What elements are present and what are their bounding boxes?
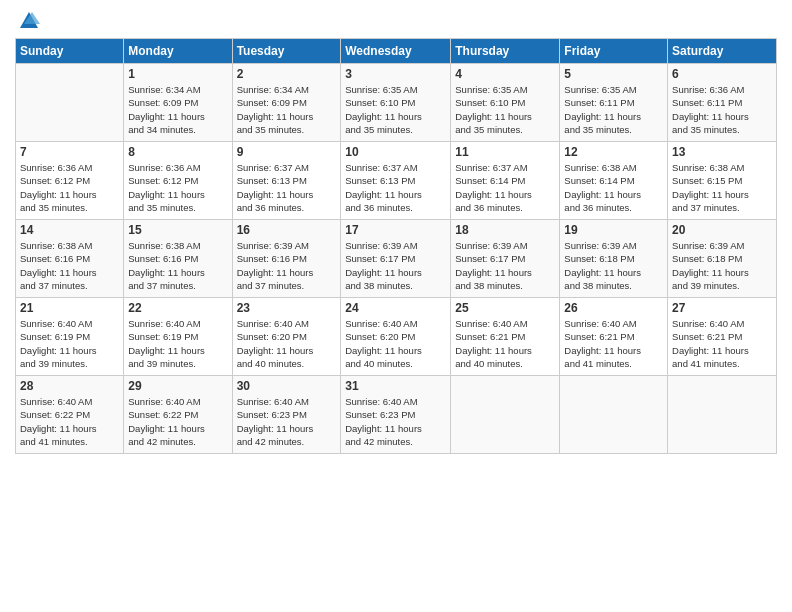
day-info: Sunrise: 6:40 AMSunset: 6:19 PMDaylight:… — [128, 317, 227, 370]
header — [15, 10, 777, 32]
day-number: 14 — [20, 223, 119, 237]
day-number: 22 — [128, 301, 227, 315]
day-info: Sunrise: 6:40 AMSunset: 6:20 PMDaylight:… — [345, 317, 446, 370]
calendar-cell: 7Sunrise: 6:36 AMSunset: 6:12 PMDaylight… — [16, 142, 124, 220]
day-info: Sunrise: 6:40 AMSunset: 6:21 PMDaylight:… — [672, 317, 772, 370]
day-number: 29 — [128, 379, 227, 393]
calendar-cell: 2Sunrise: 6:34 AMSunset: 6:09 PMDaylight… — [232, 64, 341, 142]
day-number: 1 — [128, 67, 227, 81]
day-info: Sunrise: 6:36 AMSunset: 6:12 PMDaylight:… — [128, 161, 227, 214]
day-header-saturday: Saturday — [668, 39, 777, 64]
logo — [15, 10, 40, 32]
day-header-monday: Monday — [124, 39, 232, 64]
day-info: Sunrise: 6:38 AMSunset: 6:14 PMDaylight:… — [564, 161, 663, 214]
calendar-cell: 5Sunrise: 6:35 AMSunset: 6:11 PMDaylight… — [560, 64, 668, 142]
day-number: 19 — [564, 223, 663, 237]
page: SundayMondayTuesdayWednesdayThursdayFrid… — [0, 0, 792, 612]
day-number: 6 — [672, 67, 772, 81]
calendar-cell: 31Sunrise: 6:40 AMSunset: 6:23 PMDayligh… — [341, 376, 451, 454]
day-number: 28 — [20, 379, 119, 393]
day-number: 11 — [455, 145, 555, 159]
calendar-cell: 1Sunrise: 6:34 AMSunset: 6:09 PMDaylight… — [124, 64, 232, 142]
calendar-cell: 30Sunrise: 6:40 AMSunset: 6:23 PMDayligh… — [232, 376, 341, 454]
day-info: Sunrise: 6:40 AMSunset: 6:22 PMDaylight:… — [128, 395, 227, 448]
calendar-cell: 25Sunrise: 6:40 AMSunset: 6:21 PMDayligh… — [451, 298, 560, 376]
calendar-cell: 20Sunrise: 6:39 AMSunset: 6:18 PMDayligh… — [668, 220, 777, 298]
day-info: Sunrise: 6:40 AMSunset: 6:20 PMDaylight:… — [237, 317, 337, 370]
calendar-cell: 15Sunrise: 6:38 AMSunset: 6:16 PMDayligh… — [124, 220, 232, 298]
day-info: Sunrise: 6:37 AMSunset: 6:14 PMDaylight:… — [455, 161, 555, 214]
day-number: 26 — [564, 301, 663, 315]
day-header-friday: Friday — [560, 39, 668, 64]
calendar-cell: 17Sunrise: 6:39 AMSunset: 6:17 PMDayligh… — [341, 220, 451, 298]
calendar-cell: 10Sunrise: 6:37 AMSunset: 6:13 PMDayligh… — [341, 142, 451, 220]
day-number: 25 — [455, 301, 555, 315]
day-info: Sunrise: 6:40 AMSunset: 6:23 PMDaylight:… — [237, 395, 337, 448]
calendar-cell: 4Sunrise: 6:35 AMSunset: 6:10 PMDaylight… — [451, 64, 560, 142]
day-number: 4 — [455, 67, 555, 81]
calendar-cell — [451, 376, 560, 454]
day-number: 7 — [20, 145, 119, 159]
day-header-wednesday: Wednesday — [341, 39, 451, 64]
calendar-cell: 29Sunrise: 6:40 AMSunset: 6:22 PMDayligh… — [124, 376, 232, 454]
day-number: 9 — [237, 145, 337, 159]
week-row-3: 14Sunrise: 6:38 AMSunset: 6:16 PMDayligh… — [16, 220, 777, 298]
day-number: 5 — [564, 67, 663, 81]
day-info: Sunrise: 6:35 AMSunset: 6:10 PMDaylight:… — [455, 83, 555, 136]
calendar-cell: 13Sunrise: 6:38 AMSunset: 6:15 PMDayligh… — [668, 142, 777, 220]
day-number: 12 — [564, 145, 663, 159]
logo-icon — [18, 10, 40, 32]
day-number: 3 — [345, 67, 446, 81]
day-info: Sunrise: 6:36 AMSunset: 6:11 PMDaylight:… — [672, 83, 772, 136]
calendar-cell — [668, 376, 777, 454]
day-number: 8 — [128, 145, 227, 159]
day-number: 24 — [345, 301, 446, 315]
day-info: Sunrise: 6:40 AMSunset: 6:23 PMDaylight:… — [345, 395, 446, 448]
week-row-4: 21Sunrise: 6:40 AMSunset: 6:19 PMDayligh… — [16, 298, 777, 376]
day-number: 21 — [20, 301, 119, 315]
day-info: Sunrise: 6:39 AMSunset: 6:17 PMDaylight:… — [345, 239, 446, 292]
calendar-cell — [560, 376, 668, 454]
day-info: Sunrise: 6:34 AMSunset: 6:09 PMDaylight:… — [128, 83, 227, 136]
calendar-cell: 19Sunrise: 6:39 AMSunset: 6:18 PMDayligh… — [560, 220, 668, 298]
day-number: 10 — [345, 145, 446, 159]
day-info: Sunrise: 6:39 AMSunset: 6:17 PMDaylight:… — [455, 239, 555, 292]
day-header-thursday: Thursday — [451, 39, 560, 64]
day-number: 27 — [672, 301, 772, 315]
calendar-cell: 16Sunrise: 6:39 AMSunset: 6:16 PMDayligh… — [232, 220, 341, 298]
day-info: Sunrise: 6:40 AMSunset: 6:21 PMDaylight:… — [455, 317, 555, 370]
day-number: 13 — [672, 145, 772, 159]
day-info: Sunrise: 6:37 AMSunset: 6:13 PMDaylight:… — [345, 161, 446, 214]
day-number: 20 — [672, 223, 772, 237]
calendar-table: SundayMondayTuesdayWednesdayThursdayFrid… — [15, 38, 777, 454]
week-row-1: 1Sunrise: 6:34 AMSunset: 6:09 PMDaylight… — [16, 64, 777, 142]
calendar-cell: 14Sunrise: 6:38 AMSunset: 6:16 PMDayligh… — [16, 220, 124, 298]
day-info: Sunrise: 6:38 AMSunset: 6:15 PMDaylight:… — [672, 161, 772, 214]
calendar-cell — [16, 64, 124, 142]
day-number: 15 — [128, 223, 227, 237]
day-info: Sunrise: 6:40 AMSunset: 6:22 PMDaylight:… — [20, 395, 119, 448]
header-row: SundayMondayTuesdayWednesdayThursdayFrid… — [16, 39, 777, 64]
calendar-cell: 21Sunrise: 6:40 AMSunset: 6:19 PMDayligh… — [16, 298, 124, 376]
day-number: 2 — [237, 67, 337, 81]
week-row-5: 28Sunrise: 6:40 AMSunset: 6:22 PMDayligh… — [16, 376, 777, 454]
calendar-cell: 3Sunrise: 6:35 AMSunset: 6:10 PMDaylight… — [341, 64, 451, 142]
day-info: Sunrise: 6:38 AMSunset: 6:16 PMDaylight:… — [128, 239, 227, 292]
day-info: Sunrise: 6:36 AMSunset: 6:12 PMDaylight:… — [20, 161, 119, 214]
day-info: Sunrise: 6:35 AMSunset: 6:11 PMDaylight:… — [564, 83, 663, 136]
calendar-cell: 26Sunrise: 6:40 AMSunset: 6:21 PMDayligh… — [560, 298, 668, 376]
day-info: Sunrise: 6:39 AMSunset: 6:16 PMDaylight:… — [237, 239, 337, 292]
day-info: Sunrise: 6:39 AMSunset: 6:18 PMDaylight:… — [564, 239, 663, 292]
calendar-cell: 28Sunrise: 6:40 AMSunset: 6:22 PMDayligh… — [16, 376, 124, 454]
calendar-cell: 8Sunrise: 6:36 AMSunset: 6:12 PMDaylight… — [124, 142, 232, 220]
calendar-cell: 27Sunrise: 6:40 AMSunset: 6:21 PMDayligh… — [668, 298, 777, 376]
day-number: 17 — [345, 223, 446, 237]
calendar-cell: 6Sunrise: 6:36 AMSunset: 6:11 PMDaylight… — [668, 64, 777, 142]
day-header-sunday: Sunday — [16, 39, 124, 64]
calendar-cell: 11Sunrise: 6:37 AMSunset: 6:14 PMDayligh… — [451, 142, 560, 220]
calendar-cell: 9Sunrise: 6:37 AMSunset: 6:13 PMDaylight… — [232, 142, 341, 220]
calendar-cell: 24Sunrise: 6:40 AMSunset: 6:20 PMDayligh… — [341, 298, 451, 376]
calendar-cell: 23Sunrise: 6:40 AMSunset: 6:20 PMDayligh… — [232, 298, 341, 376]
calendar-cell: 12Sunrise: 6:38 AMSunset: 6:14 PMDayligh… — [560, 142, 668, 220]
week-row-2: 7Sunrise: 6:36 AMSunset: 6:12 PMDaylight… — [16, 142, 777, 220]
